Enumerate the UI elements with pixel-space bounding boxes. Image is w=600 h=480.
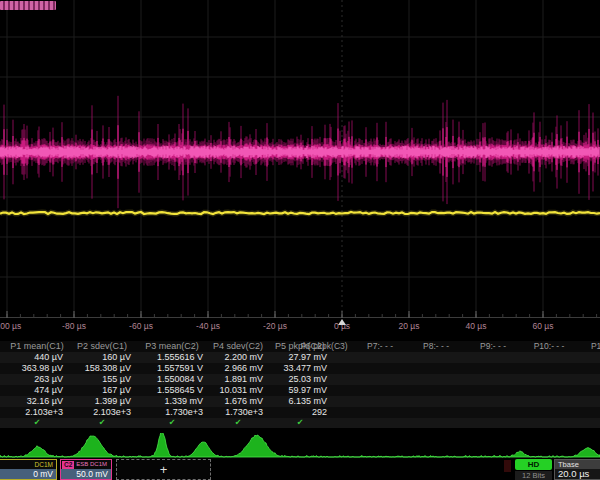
axis-tick-label: -60 µs bbox=[116, 321, 166, 331]
cell: 158.308 µV bbox=[68, 363, 136, 374]
cell: 155 µV bbox=[68, 374, 136, 385]
axis-tick-label: 60 µs bbox=[518, 321, 568, 331]
add-trace-button[interactable]: + bbox=[116, 459, 211, 480]
cell: 363.98 µV bbox=[6, 363, 68, 374]
timebase-value: 20.0 µs bbox=[555, 469, 600, 479]
param-header-p11[interactable]: P11:- - - bbox=[578, 341, 600, 352]
cell: 25.03 mV bbox=[268, 374, 332, 385]
table-row-value: 440 µV 160 µV 1.555616 V 2.200 mV 27.97 … bbox=[0, 352, 600, 363]
axis-tick-label: 40 µs bbox=[451, 321, 501, 331]
c1-coupling-label: DC1M bbox=[0, 460, 56, 469]
cell: 1.555616 V bbox=[136, 352, 208, 363]
cell: 1.730e+3 bbox=[208, 407, 268, 418]
table-row-num: 2.103e+3 2.103e+3 1.730e+3 1.730e+3 292 bbox=[0, 407, 600, 418]
axis-tick-label: -40 µs bbox=[183, 321, 233, 331]
status-check-icon: ✔ bbox=[6, 418, 68, 428]
cell: 27.97 mV bbox=[268, 352, 332, 363]
cell: 59.97 mV bbox=[268, 385, 332, 396]
cell: 167 µV bbox=[68, 385, 136, 396]
param-header-p6[interactable]: P6 pkpk(C3) bbox=[296, 341, 352, 352]
status-check-icon: ✔ bbox=[208, 418, 268, 428]
hd-bits-label: 12 Bits bbox=[515, 471, 552, 480]
c2-coupling-label: ESB DC1M bbox=[76, 460, 107, 469]
top-left-annotation-label bbox=[0, 1, 56, 10]
trigger-position-marker[interactable] bbox=[338, 319, 346, 325]
cell: 1.676 mV bbox=[208, 396, 268, 407]
histogram-trace-strip[interactable] bbox=[0, 433, 600, 459]
hd-mode-badge[interactable]: HD bbox=[515, 459, 552, 470]
status-check-icon: ✔ bbox=[68, 418, 136, 428]
cell: 1.399 µV bbox=[68, 396, 136, 407]
table-row-status: ✔ ✔ ✔ ✔ ✔ bbox=[0, 418, 600, 428]
param-header-p7[interactable]: P7:- - - bbox=[352, 341, 408, 352]
c2-volts-per-div: 50.0 mV bbox=[61, 469, 111, 479]
channel-c2-descriptor[interactable]: C2 ESB DC1M 50.0 mV bbox=[60, 459, 112, 480]
time-axis: -100 µs -80 µs -60 µs -40 µs -20 µs 0 µs… bbox=[0, 318, 600, 336]
cell: 160 µV bbox=[68, 352, 136, 363]
table-row-min: 263 µV 155 µV 1.550084 V 1.891 mV 25.03 … bbox=[0, 374, 600, 385]
param-header-p8[interactable]: P8:- - - bbox=[408, 341, 464, 352]
cell: 440 µV bbox=[6, 352, 68, 363]
cell: 1.730e+3 bbox=[136, 407, 208, 418]
param-header-p2[interactable]: P2 sdev(C1) bbox=[68, 341, 136, 352]
status-check-icon: ✔ bbox=[136, 418, 208, 428]
axis-tick-label: -20 µs bbox=[250, 321, 300, 331]
cell: 10.031 mV bbox=[208, 385, 268, 396]
clipped-badge bbox=[504, 460, 511, 472]
param-header-p10[interactable]: P10:- - - bbox=[521, 341, 577, 352]
cell: 1.339 mV bbox=[136, 396, 208, 407]
timebase-descriptor[interactable]: Tbase 20.0 µs bbox=[554, 459, 600, 480]
axis-tick-label: 20 µs bbox=[384, 321, 434, 331]
table-row-sdev: 32.16 µV 1.399 µV 1.339 mV 1.676 mV 6.13… bbox=[0, 396, 600, 407]
cell: 263 µV bbox=[6, 374, 68, 385]
waveform-plot-area[interactable] bbox=[0, 0, 600, 318]
status-check-icon: ✔ bbox=[268, 418, 332, 428]
param-header-p1[interactable]: P1 mean(C1) bbox=[6, 341, 68, 352]
table-row-max: 474 µV 167 µV 1.558645 V 10.031 mV 59.97… bbox=[0, 385, 600, 396]
param-header-p4[interactable]: P4 sdev(C2) bbox=[208, 341, 268, 352]
cell: 2.200 mV bbox=[208, 352, 268, 363]
cell: 6.135 mV bbox=[268, 396, 332, 407]
c1-volts-per-div: 0 mV bbox=[0, 469, 56, 479]
param-header-p9[interactable]: P9:- - - bbox=[465, 341, 521, 352]
cell: 1.558645 V bbox=[136, 385, 208, 396]
axis-tick-label: -100 µs bbox=[0, 321, 32, 331]
cell: 2.103e+3 bbox=[6, 407, 68, 418]
bottom-toolbar: DC1M 0 mV C2 ESB DC1M 50.0 mV + HD 12 Bi… bbox=[0, 459, 600, 480]
param-header-p3[interactable]: P3 mean(C2) bbox=[136, 341, 208, 352]
cell: 2.103e+3 bbox=[68, 407, 136, 418]
cell: 33.477 mV bbox=[268, 363, 332, 374]
channel-c1-descriptor[interactable]: DC1M 0 mV bbox=[0, 459, 57, 480]
cell: 2.966 mV bbox=[208, 363, 268, 374]
oscilloscope-screen: -100 µs -80 µs -60 µs -40 µs -20 µs 0 µs… bbox=[0, 0, 600, 480]
cell: 32.16 µV bbox=[6, 396, 68, 407]
c2-channel-badge: C2 bbox=[62, 461, 74, 469]
axis-tick-label: -80 µs bbox=[49, 321, 99, 331]
measurement-header-row: P1 mean(C1) P2 sdev(C1) P3 mean(C2) P4 s… bbox=[0, 341, 600, 352]
cell: 1.550084 V bbox=[136, 374, 208, 385]
measurement-table: P1 mean(C1) P2 sdev(C1) P3 mean(C2) P4 s… bbox=[0, 341, 600, 428]
table-row-mean: 363.98 µV 158.308 µV 1.557591 V 2.966 mV… bbox=[0, 363, 600, 374]
cell: 292 bbox=[268, 407, 332, 418]
cell: 474 µV bbox=[6, 385, 68, 396]
cell: 1.891 mV bbox=[208, 374, 268, 385]
cell: 1.557591 V bbox=[136, 363, 208, 374]
